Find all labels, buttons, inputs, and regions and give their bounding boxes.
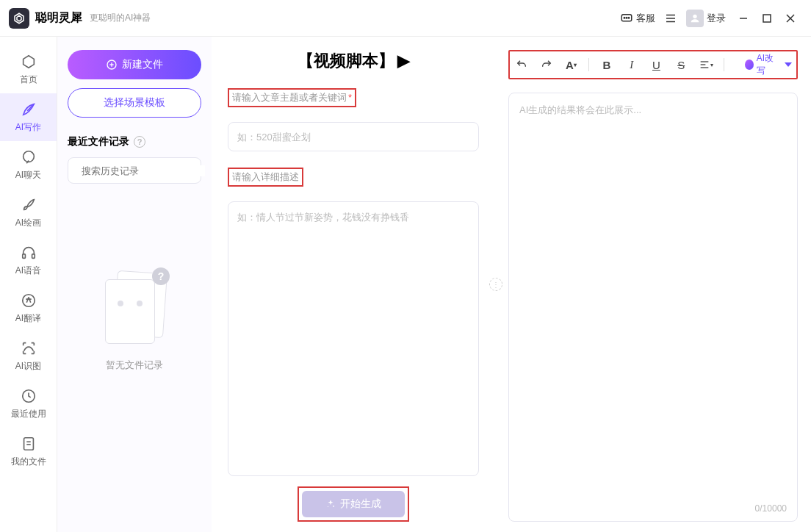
home-icon [20, 53, 37, 71]
svg-point-5 [628, 17, 630, 18]
svg-point-29 [328, 506, 328, 507]
font-color-button[interactable]: A▾ [563, 57, 578, 73]
divider-handle[interactable]: ⋮ [489, 278, 502, 291]
svg-marker-0 [15, 13, 24, 24]
page-title: 【视频脚本】 ▶ [228, 50, 479, 72]
help-icon[interactable]: ? [134, 136, 145, 148]
avatar-icon [686, 10, 704, 27]
undo-button[interactable] [514, 57, 529, 73]
translate-icon [20, 292, 37, 309]
topic-input[interactable] [228, 122, 479, 151]
rail-ai-voice[interactable]: AI语音 [0, 237, 57, 284]
rail-ai-writing[interactable]: AI写作 [0, 93, 57, 141]
select-template-button[interactable]: 选择场景模板 [68, 88, 201, 118]
rail-my-files[interactable]: 我的文件 [0, 428, 57, 475]
bold-button[interactable]: B [599, 57, 614, 73]
app-logo [9, 8, 29, 29]
login-button[interactable]: 登录 [680, 7, 732, 30]
new-file-button[interactable]: 新建文件 [68, 50, 201, 79]
svg-point-4 [626, 17, 627, 18]
file-panel: 新建文件 选择场景模板 最近文件记录 ? ? 暂无文件记录 [57, 37, 212, 532]
close-button[interactable] [779, 7, 802, 30]
app-subtitle: 更聪明的AI神器 [90, 12, 151, 24]
rail-recent[interactable]: 最近使用 [0, 380, 57, 428]
svg-marker-14 [23, 56, 34, 68]
svg-rect-16 [22, 254, 25, 259]
generate-button[interactable]: 开始生成 [302, 491, 405, 517]
output-textarea[interactable]: AI生成的结果将会在此展示... 0/10000 [508, 93, 798, 522]
headphone-icon [20, 244, 37, 262]
svg-point-18 [22, 295, 35, 307]
rail-ai-draw[interactable]: AI绘画 [0, 189, 57, 237]
recent-files-heading: 最近文件记录 ? [68, 135, 201, 148]
history-icon [20, 387, 37, 405]
ai-rewrite-button[interactable]: AI改写 [745, 52, 792, 77]
form-column: 【视频脚本】 ▶ 请输入文章主题或者关键词* 请输入详细描述 开始生成 ⋮ [212, 37, 495, 532]
chat-icon [20, 148, 37, 166]
svg-point-3 [624, 17, 625, 18]
svg-point-28 [333, 506, 334, 507]
ai-rewrite-icon [745, 60, 754, 70]
image-scan-icon [20, 339, 37, 357]
char-counter: 0/10000 [755, 503, 787, 514]
quill-icon [20, 101, 37, 118]
rail-ai-translate[interactable]: AI翻译 [0, 284, 57, 332]
rail-home[interactable]: 首页 [0, 46, 57, 93]
desc-textarea[interactable] [228, 201, 479, 476]
empty-state: ? 暂无文件记录 [68, 272, 201, 372]
maximize-button[interactable] [755, 7, 779, 30]
customer-service-button[interactable]: 客服 [614, 9, 661, 28]
svg-rect-20 [24, 438, 33, 450]
desc-label: 请输入详细描述 [228, 168, 303, 187]
strikethrough-button[interactable]: S [674, 57, 688, 73]
minimize-button[interactable] [732, 7, 755, 30]
svg-point-15 [23, 151, 34, 162]
titlebar: 聪明灵犀 更聪明的AI神器 客服 登录 [0, 0, 811, 37]
brush-icon [20, 196, 37, 214]
output-column: A▾ B I U S ▾ AI改写 AI生成的结果将会在此展示... 0/100… [495, 37, 811, 532]
search-history-input[interactable] [82, 165, 205, 176]
rail-ai-image[interactable]: AI识图 [0, 332, 57, 380]
italic-button[interactable]: I [624, 57, 639, 73]
svg-point-9 [693, 14, 696, 18]
rail-ai-chat[interactable]: AI聊天 [0, 141, 57, 189]
editor-toolbar: A▾ B I U S ▾ AI改写 [514, 54, 792, 75]
nav-rail: 首页 AI写作 AI聊天 AI绘画 AI语音 AI翻译 AI识图 最近使用 [0, 37, 57, 532]
sparkle-icon [325, 499, 336, 509]
align-button[interactable]: ▾ [699, 57, 713, 73]
play-icon: ▶ [397, 51, 410, 71]
redo-button[interactable] [539, 57, 554, 73]
search-history-box[interactable] [68, 157, 201, 184]
app-title: 聪明灵犀 [35, 10, 82, 26]
menu-button[interactable] [661, 9, 680, 28]
underline-button[interactable]: U [649, 57, 664, 73]
empty-illustration: ? [105, 272, 164, 345]
plus-circle-icon [106, 59, 118, 71]
svg-rect-17 [32, 254, 35, 259]
svg-marker-1 [17, 15, 21, 21]
svg-rect-11 [763, 15, 771, 22]
file-icon [20, 435, 37, 453]
topic-label: 请输入文章主题或者关键词* [228, 88, 356, 107]
